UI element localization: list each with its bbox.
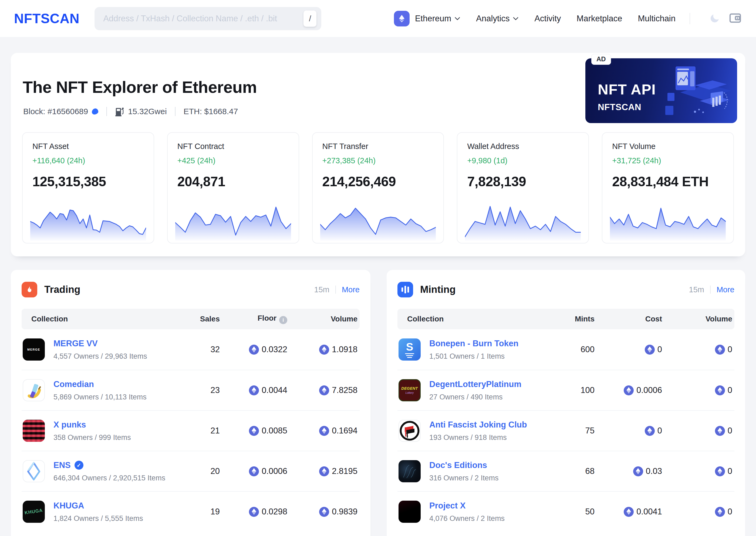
volume-value: 1.0918 <box>287 345 358 354</box>
col-collection: Collection <box>31 315 177 323</box>
collection-thumbnail[interactable]: S <box>398 338 421 360</box>
moon-icon <box>709 12 721 25</box>
eth-icon <box>715 426 725 436</box>
table-row[interactable]: Doc's Editions 316 Owners / 2 Items 68 0… <box>397 451 735 491</box>
stat-label: NFT Asset <box>32 142 144 151</box>
table-row[interactable]: S Bonepen - Burn Token 1,501 Owners / 1 … <box>397 329 735 370</box>
divider <box>175 107 176 116</box>
mints-value: 50 <box>551 507 595 517</box>
collection-owners-items: 1,824 Owners / 5,555 Items <box>53 515 143 523</box>
nav-analytics[interactable]: Analytics <box>476 14 519 23</box>
gas-pump-icon <box>115 106 124 117</box>
divider <box>710 285 711 294</box>
nft-api-illustration <box>654 60 736 122</box>
collection-thumbnail[interactable] <box>398 460 421 482</box>
nav-multichain[interactable]: Multichain <box>638 14 675 23</box>
sales-value: 20 <box>177 466 220 476</box>
table-row[interactable]: X punks 358 Owners / 999 Items 21 0.0085… <box>21 410 360 451</box>
collection-link[interactable]: X punks <box>53 420 86 430</box>
minting-more-link[interactable]: More <box>717 285 735 294</box>
search-input[interactable] <box>103 14 303 23</box>
mints-value: 100 <box>551 385 595 395</box>
col-volume: Volume <box>287 315 358 323</box>
collection-owners-items: 316 Owners / 2 Items <box>429 474 499 482</box>
stat-value: 7,828,139 <box>467 174 579 189</box>
table-row[interactable]: Comedian 5,869 Owners / 10,113 Items 23 … <box>21 370 360 410</box>
table-row[interactable]: Project X 4,076 Owners / 2 Items 50 0.00… <box>397 491 735 532</box>
ethereum-icon <box>394 11 410 26</box>
collection-link[interactable]: DegentLotteryPlatinum <box>429 380 521 389</box>
sparkline-chart <box>610 200 726 241</box>
dark-mode-toggle[interactable] <box>709 12 721 25</box>
collection-thumbnail[interactable]: DEGENTLottery <box>398 379 421 401</box>
nav-activity[interactable]: Activity <box>534 14 561 23</box>
stat-delta: +9,980 (1d) <box>467 156 579 165</box>
collection-thumbnail[interactable]: MERGE <box>23 338 45 360</box>
cost-value: 0 <box>595 426 662 436</box>
table-row[interactable]: KHUGA KHUGA 1,824 Owners / 5,555 Items 1… <box>21 491 360 532</box>
eth-icon <box>645 426 655 436</box>
gas-price[interactable]: 15.32Gwei <box>128 107 167 116</box>
stat-card-nft-volume: NFT Volume +31,725 (24h) 28,831,484 ETH <box>602 132 734 244</box>
collection-link[interactable]: Doc's Editions <box>429 460 487 470</box>
table-row[interactable]: Anti Fascist Joking Club 193 Owners / 91… <box>397 410 735 451</box>
minting-table-header: Collection Mints Cost Volume <box>397 309 735 329</box>
collection-thumbnail[interactable] <box>23 460 45 482</box>
collection-link[interactable]: MERGE VV <box>53 339 98 349</box>
nftscan-logo[interactable]: NFTSCAN <box>14 11 79 26</box>
collection-link[interactable]: KHUGA <box>53 501 84 511</box>
interval-label: 15m <box>314 285 329 294</box>
collection-link[interactable]: Comedian <box>53 380 94 389</box>
cost-value: 0 <box>595 345 662 354</box>
sales-value: 23 <box>177 385 220 395</box>
col-sales: Sales <box>177 315 220 323</box>
search-bar[interactable]: / <box>94 7 321 30</box>
stat-card-nft-asset: NFT Asset +116,640 (24h) 125,315,385 <box>22 132 154 244</box>
collection-owners-items: 4,557 Owners / 29,963 Items <box>53 352 147 360</box>
eth-icon <box>715 507 725 517</box>
eth-icon <box>715 385 725 395</box>
stat-delta: +31,725 (24h) <box>612 156 724 165</box>
volume-value: 0.1694 <box>287 426 358 436</box>
volume-value: 0 <box>662 507 732 517</box>
eth-icon <box>319 466 329 476</box>
chain-selector[interactable]: Ethereum <box>394 11 460 26</box>
eth-price[interactable]: ETH: $1668.47 <box>184 107 238 116</box>
stat-label: NFT Volume <box>612 142 724 151</box>
collection-thumbnail[interactable] <box>23 420 45 442</box>
nft-api-ad-banner[interactable]: AD NFT API NFTSCAN <box>585 58 737 123</box>
stat-value: 204,871 <box>177 174 289 189</box>
eth-icon <box>624 507 634 517</box>
wallet-icon <box>729 13 742 25</box>
block-number[interactable]: Block: #16560689 <box>23 107 88 116</box>
collection-thumbnail[interactable] <box>398 420 421 442</box>
wallet-connect-button[interactable] <box>729 13 742 25</box>
sparkline-chart <box>30 200 146 241</box>
flame-icon <box>21 282 37 297</box>
collection-link[interactable]: Project X <box>429 501 465 511</box>
nav-marketplace[interactable]: Marketplace <box>577 14 622 23</box>
collection-owners-items: 646,304 Owners / 2,920,515 Items <box>53 474 165 482</box>
eth-icon <box>633 466 643 476</box>
eth-icon <box>319 507 329 517</box>
collection-thumbnail[interactable] <box>23 379 45 401</box>
volume-value: 0 <box>662 385 732 395</box>
eth-icon <box>249 426 259 436</box>
table-row[interactable]: ENS✓ 646,304 Owners / 2,920,515 Items 20… <box>21 451 360 491</box>
table-row[interactable]: MERGE MERGE VV 4,557 Owners / 29,963 Ite… <box>21 329 360 370</box>
collection-link[interactable]: Bonepen - Burn Token <box>429 339 518 349</box>
cost-value: 0.03 <box>595 466 662 476</box>
info-icon[interactable]: i <box>279 316 287 324</box>
stat-label: Wallet Address <box>467 142 579 151</box>
collection-thumbnail[interactable] <box>398 501 421 523</box>
trading-more-link[interactable]: More <box>342 285 360 294</box>
minting-panel: Minting 15m More Collection Mints Cost V… <box>387 270 745 536</box>
mints-value: 600 <box>551 345 595 354</box>
floor-value: 0.0085 <box>220 426 287 436</box>
collection-thumbnail[interactable]: KHUGA <box>23 501 45 523</box>
table-row[interactable]: DEGENTLottery DegentLotteryPlatinum 27 O… <box>397 370 735 410</box>
trading-title: Trading <box>44 284 81 295</box>
collection-link[interactable]: Anti Fascist Joking Club <box>429 420 527 430</box>
collection-link[interactable]: ENS✓ <box>53 460 84 470</box>
page-title: The NFT Explorer of Ethereum <box>23 78 257 97</box>
